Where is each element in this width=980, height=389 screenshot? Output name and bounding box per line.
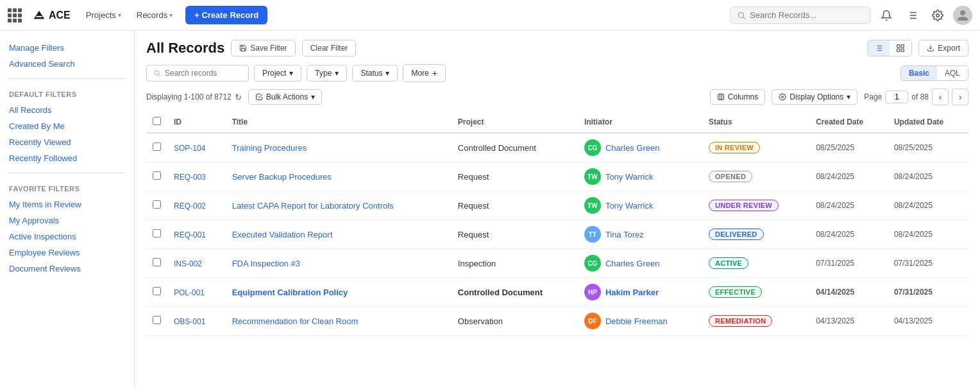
row-checkbox[interactable] (153, 258, 161, 266)
sidebar-manage-filters[interactable]: Manage Filters (9, 41, 125, 55)
th-status: Status (702, 112, 809, 133)
nav-records[interactable]: Records ▾ (131, 8, 178, 22)
grid-view-button[interactable] (890, 40, 911, 56)
sidebar-item-document-reviews[interactable]: Document Reviews (9, 262, 125, 275)
record-id-link[interactable]: REQ-003 (174, 173, 206, 182)
bulk-actions-button[interactable]: Bulk Actions ▾ (248, 89, 322, 105)
sidebar-advanced-search[interactable]: Advanced Search (9, 57, 125, 71)
display-options-button[interactable]: Display Options ▾ (772, 89, 858, 105)
status-badge: REMEDIATION (709, 315, 772, 327)
svg-rect-17 (897, 49, 900, 51)
row-checkbox[interactable] (153, 316, 161, 324)
table-row: POL-001 Equipment Calibration Policy Con… (146, 278, 968, 307)
row-id: INS-002 (167, 249, 226, 278)
record-title-link[interactable]: Executed Validation Report (232, 230, 333, 239)
grid-menu-icon[interactable] (8, 8, 22, 22)
type-filter-button[interactable]: Type ▾ (307, 65, 347, 82)
record-id-link[interactable]: REQ-001 (174, 230, 206, 239)
refresh-icon[interactable]: ↻ (235, 92, 242, 102)
sidebar-item-created-by-me[interactable]: Created By Me (9, 119, 125, 133)
aql-query-button[interactable]: AQL (937, 66, 968, 80)
th-title: Title (226, 112, 452, 133)
sidebar-item-employee-reviews[interactable]: Employee Reviews (9, 246, 125, 259)
row-created-date: 08/24/2025 (809, 191, 888, 220)
sidebar-item-recently-viewed[interactable]: Recently Viewed (9, 135, 125, 149)
settings-icon[interactable] (927, 5, 948, 26)
record-id-link[interactable]: REQ-002 (174, 202, 206, 211)
initiator-name-link[interactable]: Tina Torez (605, 230, 644, 239)
record-id-link[interactable]: SOP-104 (174, 144, 205, 153)
row-checkbox[interactable] (153, 171, 161, 180)
global-search[interactable] (730, 6, 871, 24)
clear-filter-button[interactable]: Clear Filter (302, 40, 357, 56)
project-filter-button[interactable]: Project ▾ (254, 65, 301, 82)
record-id-link[interactable]: OBS-001 (174, 317, 205, 326)
row-created-date: 08/24/2025 (809, 162, 888, 191)
record-title-link[interactable]: Recommendation for Clean Room (232, 316, 359, 326)
initiator-name-link[interactable]: Tony Warrick (605, 172, 654, 182)
more-filter-button[interactable]: More + (403, 64, 446, 82)
type-chevron-icon: ▾ (335, 69, 339, 78)
initiator-name-link[interactable]: Charles Green (605, 259, 660, 268)
sidebar-item-all-records[interactable]: All Records (9, 103, 125, 117)
record-title-link[interactable]: Training Procedures (232, 143, 307, 153)
initiator-name-link[interactable]: Tony Warrick (605, 201, 654, 211)
search-box-icon (153, 69, 161, 77)
records-search-box[interactable] (146, 65, 249, 82)
next-page-button[interactable]: › (952, 89, 968, 105)
row-id: REQ-003 (167, 162, 226, 191)
prev-page-button[interactable]: ‹ (932, 89, 949, 105)
initiator-name-link[interactable]: Debbie Freeman (605, 316, 668, 326)
table-row: REQ-003 Server Backup Procedures Request… (146, 162, 968, 191)
sidebar-item-my-approvals[interactable]: My Approvals (9, 214, 125, 227)
logo[interactable]: ACE (32, 8, 71, 22)
select-all-checkbox[interactable] (153, 117, 161, 125)
nav-projects[interactable]: Projects ▾ (81, 8, 126, 22)
more-plus-icon: + (432, 68, 437, 78)
svg-rect-18 (901, 49, 904, 51)
export-button[interactable]: Export (918, 40, 968, 56)
row-checkbox[interactable] (153, 287, 161, 295)
notifications-icon[interactable] (876, 5, 897, 26)
row-title: Latest CAPA Report for Laboratory Contro… (226, 191, 452, 220)
row-status: DELIVERED (702, 220, 809, 249)
svg-rect-22 (718, 94, 723, 100)
row-status: ACTIVE (702, 249, 809, 278)
list-view-button[interactable] (868, 40, 890, 56)
row-checkbox[interactable] (153, 143, 161, 151)
tasks-icon[interactable] (902, 5, 922, 26)
basic-query-button[interactable]: Basic (901, 66, 937, 80)
row-checkbox[interactable] (153, 229, 161, 238)
record-title-link[interactable]: Latest CAPA Report for Laboratory Contro… (232, 201, 394, 211)
global-search-input[interactable] (750, 10, 852, 20)
sidebar-item-my-items-review[interactable]: My Items in Review (9, 198, 125, 211)
record-id-link[interactable]: POL-001 (174, 288, 205, 297)
initiator-name-link[interactable]: Hakim Parker (605, 288, 659, 297)
record-id-link[interactable]: INS-002 (174, 259, 202, 268)
svg-point-0 (738, 12, 743, 17)
row-checkbox-cell (146, 162, 167, 191)
save-filter-button[interactable]: Save Filter (231, 40, 295, 56)
status-filter-button[interactable]: Status ▾ (352, 65, 398, 82)
svg-point-8 (936, 13, 940, 17)
record-title-link[interactable]: FDA Inspection #3 (232, 259, 300, 268)
sidebar-item-active-inspections[interactable]: Active Inspections (9, 230, 125, 243)
sidebar-item-recently-followed[interactable]: Recently Followed (9, 151, 125, 165)
row-status: IN REVIEW (702, 133, 809, 162)
status-badge: UNDER REVIEW (709, 200, 779, 211)
save-icon (239, 44, 247, 52)
record-title-link[interactable]: Equipment Calibration Policy (232, 288, 348, 297)
records-search-input[interactable] (165, 69, 235, 78)
bulk-chevron-icon: ▾ (311, 92, 315, 101)
row-id: SOP-104 (167, 133, 226, 162)
columns-button[interactable]: Columns (710, 89, 765, 105)
initiator-avatar: CG (584, 139, 601, 156)
th-initiator: Initiator (578, 112, 702, 133)
row-initiator: HP Hakim Parker (578, 278, 702, 307)
record-title-link[interactable]: Server Backup Procedures (232, 172, 332, 182)
create-record-button[interactable]: + Create Record (185, 6, 267, 24)
initiator-name-link[interactable]: Charles Green (605, 143, 660, 153)
page-input[interactable] (885, 91, 908, 103)
user-avatar[interactable] (953, 6, 972, 25)
row-checkbox[interactable] (153, 200, 161, 209)
